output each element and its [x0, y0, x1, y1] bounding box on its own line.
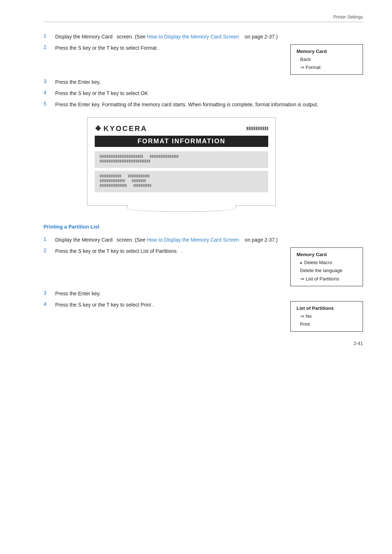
section1: 1 Display the Memory Card screen. (See H…: [44, 33, 363, 108]
arrow-icon-3: ⇒: [300, 312, 304, 320]
section2-step-4-left: 4 Press the S key or the T key to select…: [44, 301, 279, 314]
step-1: 1 Display the Memory Card screen. (See H…: [44, 33, 363, 41]
step-num-4: 4: [44, 90, 55, 95]
menu-item-no: ⇒No: [297, 312, 357, 320]
link-memory-card-screen-2[interactable]: How to Display the Memory Card Screen: [147, 237, 239, 243]
format-table-area-2: [95, 171, 268, 192]
format-cell-5a: [100, 184, 127, 187]
menu-item-list-partitions: ⇒List of Partitions: [297, 275, 357, 283]
step-text-1: Display the Memory Card screen. (See How…: [55, 33, 363, 41]
section2-step-text-4: Press the S key or the T key to select P…: [55, 301, 279, 309]
arrow-icon-2: ⇒: [300, 275, 304, 283]
step-text-4: Press the S key or the T key to select O…: [55, 90, 363, 97]
section2-step-text-3: Press the Enter key.: [55, 290, 363, 297]
step-num-1: 1: [44, 33, 55, 39]
format-cell-4a: [100, 179, 125, 182]
menu-box-partitions: Memory Card ■Delete Macro Delete the lan…: [290, 247, 363, 286]
step-text-3: Press the Enter key.: [55, 78, 363, 86]
step-num-2: 2: [44, 44, 55, 50]
format-cell-5b: [134, 184, 152, 187]
step-num-5: 5: [44, 101, 55, 107]
format-cell-3a: [100, 175, 122, 177]
format-row-5: [100, 184, 263, 187]
format-row-4: [100, 179, 263, 182]
menu-title-1: Memory Card: [297, 48, 357, 56]
section2-step-3: 3 Press the Enter key.: [44, 290, 363, 297]
step-2: 2 Press the S key or the T key to select…: [44, 44, 363, 75]
step-num-3: 3: [44, 78, 55, 84]
menu-box-format: Memory Card Back ⇒Format: [290, 44, 363, 75]
format-info-box: ❖ KYOCERA FORMAT INFORMATION: [87, 117, 276, 206]
printer-curve: [127, 205, 236, 212]
section2-step-num-3: 3: [44, 290, 55, 296]
section2-step-1: 1 Display the Memory Card screen. (See H…: [44, 236, 363, 244]
step-2-left: 2 Press the S key or the T key to select…: [44, 44, 279, 57]
page-header: Printer Settings: [44, 15, 363, 22]
section2-step-num-1: 1: [44, 236, 55, 242]
section2: Printing a Partition List 1 Display the …: [44, 224, 363, 332]
menu-item-format: ⇒Format: [297, 63, 357, 71]
page-number: 2-41: [354, 341, 363, 346]
section2-step-text-1: Display the Memory Card screen. (See How…: [55, 236, 363, 244]
menu-item-delete-lang: Delete the language: [297, 267, 357, 275]
section2-step-num-4: 4: [44, 301, 55, 307]
kyocera-icon: ❖: [95, 124, 102, 133]
section2-step-num-2: 2: [44, 247, 55, 253]
step-text-5: Press the Enter key. Formatting of the m…: [55, 101, 363, 108]
menu-item-back: Back: [297, 56, 357, 63]
menu-title-3: List of Partitions: [297, 304, 357, 312]
step-4: 4 Press the S key or the T key to select…: [44, 90, 363, 97]
format-row-2: [100, 160, 263, 163]
kyocera-header: ❖ KYOCERA: [95, 124, 268, 133]
menu-box-print: List of Partitions ⇒No Print: [290, 301, 363, 332]
step-2-row: 2 Press the S key or the T key to select…: [44, 44, 279, 52]
section2-step-2: 2 Press the S key or the T key to select…: [44, 247, 363, 286]
kyocera-logo: ❖ KYOCERA: [95, 124, 147, 133]
step-3: 3 Press the Enter key.: [44, 78, 363, 86]
format-title-text: FORMAT INFORMATION: [138, 138, 225, 145]
barcode-graphic: [246, 127, 268, 130]
step-5: 5 Press the Enter key. Formatting of the…: [44, 101, 363, 108]
section2-step-4: 4 Press the S key or the T key to select…: [44, 301, 363, 332]
format-title-bar: FORMAT INFORMATION: [95, 136, 268, 147]
section2-step-2-row: 2 Press the S key or the T key to select…: [44, 247, 279, 255]
menu-title-2: Memory Card: [297, 251, 357, 259]
menu-item-prefix: ■Delete Macro: [297, 259, 357, 267]
link-memory-card-screen-1[interactable]: How to Display the Memory Card Screen: [147, 34, 239, 40]
section2-title: Printing a Partition List: [44, 224, 363, 230]
format-cell-1b: [150, 155, 179, 158]
format-cell-1a: [100, 155, 143, 158]
format-cell-2a: [100, 160, 151, 163]
format-row-1: [100, 155, 263, 158]
format-row-3: [100, 175, 263, 177]
header-title: Printer Settings: [333, 15, 363, 20]
format-table-area: [95, 151, 268, 168]
section2-step-text-2: Press the S key or the T key to select L…: [55, 247, 279, 255]
menu-item-print: Print: [297, 320, 357, 328]
section2-step-2-left: 2 Press the S key or the T key to select…: [44, 247, 279, 260]
arrow-icon-1: ⇒: [300, 63, 304, 71]
section2-step-4-row: 4 Press the S key or the T key to select…: [44, 301, 279, 309]
step-text-2: Press the S key or the T key to select F…: [55, 44, 279, 52]
format-cell-3b: [128, 175, 150, 177]
kyocera-logo-text: KYOCERA: [103, 124, 147, 133]
format-cell-4b: [132, 179, 146, 182]
